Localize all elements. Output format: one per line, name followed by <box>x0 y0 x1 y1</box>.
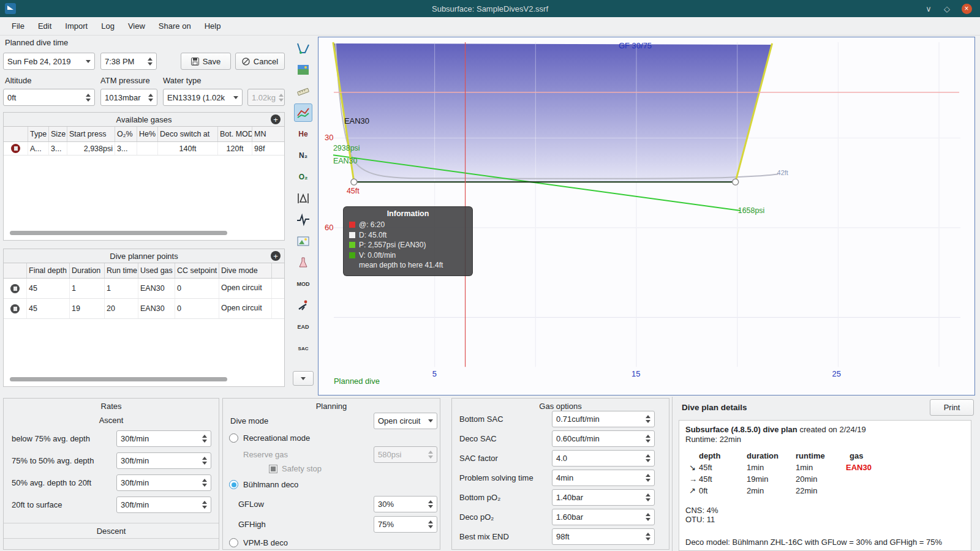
close-button[interactable]: × <box>958 0 975 17</box>
pictures-toggle-icon[interactable] <box>294 232 312 250</box>
ceiling-toggle-icon[interactable] <box>294 189 312 208</box>
spin-buttons[interactable] <box>643 435 650 443</box>
save-button[interactable]: Save <box>181 53 231 70</box>
buhlmann-deco-label[interactable]: Bühlmann deco <box>243 480 298 489</box>
tank-bar-toggle-icon[interactable] <box>294 253 312 272</box>
bottom-sac-spinbox[interactable]: 0.71cuft/min <box>552 411 655 427</box>
toolbar-scroll-down-button[interactable] <box>293 371 314 386</box>
col-start-press[interactable]: Start press <box>67 127 115 141</box>
po2-toggle-icon[interactable]: O₂ <box>294 168 312 186</box>
print-button[interactable]: Print <box>930 399 974 416</box>
pp-graphs-toggle-icon[interactable] <box>294 103 312 122</box>
gfhigh-spinbox[interactable]: 75% <box>374 516 437 533</box>
rate-spinbox-1[interactable]: 30ft/min <box>116 430 211 447</box>
spin-buttons[interactable] <box>425 520 433 528</box>
col-size[interactable]: Size <box>49 127 67 141</box>
points-horizontal-scrollbar[interactable] <box>10 377 227 381</box>
menu-import[interactable]: Import <box>58 19 94 33</box>
col-run-time[interactable]: Run time <box>105 263 138 278</box>
remove-point-icon[interactable] <box>10 304 20 313</box>
sac-toggle-icon[interactable]: SAC <box>294 339 312 358</box>
minimize-button[interactable]: ∨ <box>920 0 937 17</box>
atm-pressure-spinbox[interactable]: 1013mbar <box>100 89 157 106</box>
dive-date-combobox[interactable]: Sun Feb 24, 2019 <box>3 53 95 70</box>
gases-horizontal-scrollbar[interactable] <box>10 231 227 235</box>
sac-factor-spinbox[interactable]: 4.0 <box>552 450 655 467</box>
mod-toggle-icon[interactable]: MOD <box>294 275 312 293</box>
vpmb-deco-radio[interactable] <box>229 538 238 547</box>
spin-buttons[interactable] <box>145 58 153 66</box>
problem-solving-time-spinbox[interactable]: 4min <box>552 470 655 486</box>
menu-help[interactable]: Help <box>198 19 228 33</box>
point-row-2[interactable]: 45 19 20 EAN30 0 Open circuit <box>4 299 284 319</box>
point-row-1[interactable]: 45 1 1 EAN30 0 Open circuit <box>4 279 284 299</box>
add-gas-button[interactable]: + <box>271 114 281 124</box>
rate-spinbox-3[interactable]: 30ft/min <box>116 474 211 491</box>
dive-mode-combobox[interactable]: Open circuit <box>374 413 437 429</box>
spin-buttons[interactable] <box>643 513 650 521</box>
descent-section-header[interactable]: Descent <box>4 523 219 539</box>
col-cc-setpoint[interactable]: CC setpoint <box>175 263 219 278</box>
waypoint-handle[interactable] <box>733 179 739 185</box>
gas-row[interactable]: A... 3... 2,938psi 3... 140ft 120ft 98f <box>4 142 284 156</box>
menu-edit[interactable]: Edit <box>31 19 58 33</box>
rate-spinbox-4[interactable]: 30ft/min <box>116 497 211 513</box>
maximize-button[interactable]: ◇ <box>938 0 956 17</box>
menu-log[interactable]: Log <box>94 19 121 33</box>
cancel-button[interactable]: Cancel <box>235 53 285 70</box>
col-used-gas[interactable]: Used gas <box>138 263 175 278</box>
menu-share-on[interactable]: Share on <box>152 19 198 33</box>
col-deco-switch[interactable]: Deco switch at <box>158 127 218 141</box>
menu-file[interactable]: File <box>5 19 31 33</box>
spin-buttons[interactable] <box>643 493 650 501</box>
best-mix-end-spinbox[interactable]: 98ft <box>552 528 655 545</box>
col-duration[interactable]: Duration <box>70 263 105 278</box>
phe-toggle-icon[interactable]: He <box>294 125 312 143</box>
col-o2[interactable]: O₂% <box>115 127 137 141</box>
remove-gas-icon[interactable] <box>11 144 20 153</box>
recreational-mode-radio[interactable] <box>229 433 238 443</box>
heart-rate-toggle-icon[interactable] <box>294 211 312 229</box>
col-he[interactable]: He% <box>137 127 158 141</box>
ead-toggle-icon[interactable]: EAD <box>294 318 312 336</box>
pn2-toggle-icon[interactable]: N₂ <box>294 146 312 165</box>
remove-point-icon[interactable] <box>10 284 20 293</box>
spin-buttons[interactable] <box>643 474 650 482</box>
spin-buttons[interactable] <box>83 94 91 102</box>
deco-sac-spinbox[interactable]: 0.60cuft/min <box>552 430 655 447</box>
spin-buttons[interactable] <box>425 500 433 508</box>
buhlmann-deco-radio[interactable] <box>229 480 238 489</box>
gflow-spinbox[interactable]: 30% <box>374 496 437 512</box>
spin-buttons[interactable] <box>643 454 650 462</box>
spin-buttons[interactable] <box>199 501 207 509</box>
rate-spinbox-2[interactable]: 30ft/min <box>116 452 211 469</box>
diver-toggle-icon[interactable] <box>294 296 312 315</box>
waypoint-handle[interactable] <box>351 179 357 185</box>
photo-toggle-icon[interactable] <box>294 61 312 79</box>
col-mnd[interactable]: MN <box>252 127 285 141</box>
spin-buttons[interactable] <box>199 435 207 443</box>
deco-po2-spinbox[interactable]: 1.60bar <box>552 509 655 525</box>
water-type-combobox[interactable]: EN13319 (1.02k <box>163 89 243 106</box>
add-point-button[interactable]: + <box>271 251 281 261</box>
col-dive-mode[interactable]: Dive mode <box>219 263 272 278</box>
spin-down-icon[interactable] <box>148 62 153 66</box>
spin-buttons[interactable] <box>643 415 650 423</box>
spin-buttons[interactable] <box>199 457 207 465</box>
ruler-toggle-icon[interactable] <box>294 82 312 100</box>
profile-toggle-icon[interactable] <box>294 39 312 58</box>
col-bot-mod[interactable]: Bot. MOD <box>218 127 252 141</box>
dive-profile-chart[interactable]: GF 30/75 EAN30 2938psi EAN30 45ft 1658ps… <box>318 37 975 395</box>
col-final-depth[interactable]: Final depth <box>27 263 70 278</box>
recreational-mode-label[interactable]: Recreational mode <box>243 433 310 443</box>
dive-time-spinbox[interactable]: 7:38 PM <box>100 53 157 70</box>
spin-up-icon[interactable] <box>148 58 153 61</box>
spin-buttons[interactable] <box>643 533 650 541</box>
vpmb-deco-label[interactable]: VPM-B deco <box>243 538 288 547</box>
altitude-spinbox[interactable]: 0ft <box>3 89 95 106</box>
col-type[interactable]: Type <box>28 127 49 141</box>
bottom-po2-spinbox[interactable]: 1.40bar <box>552 489 655 506</box>
spin-buttons[interactable] <box>199 479 207 487</box>
spin-buttons[interactable] <box>145 94 153 102</box>
menu-view[interactable]: View <box>121 19 152 33</box>
